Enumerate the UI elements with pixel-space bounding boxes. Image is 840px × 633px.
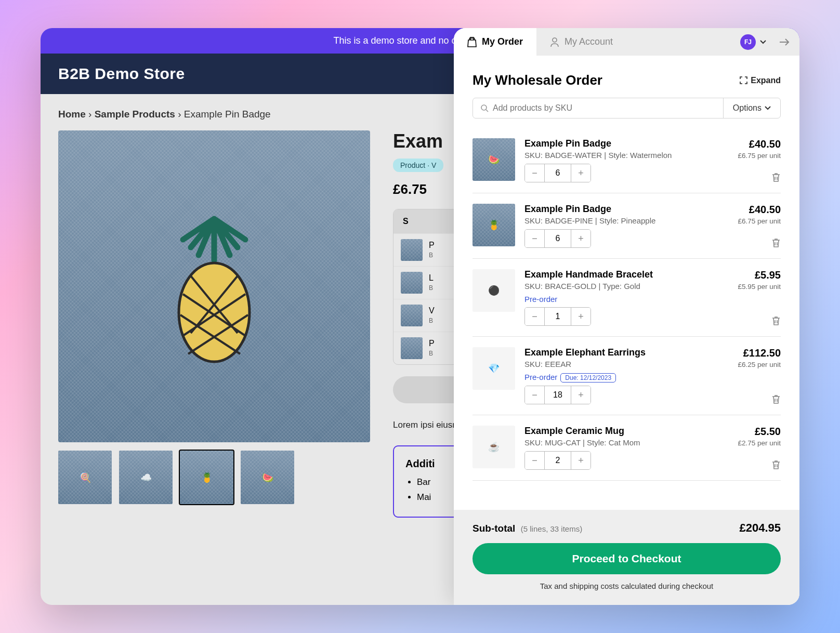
quantity-stepper: −+: [524, 164, 591, 182]
options-dropdown[interactable]: Options: [723, 98, 780, 118]
avatar: FJ: [740, 34, 756, 50]
gallery-thumbs: 🍭 ☁️ 🍍 🍉: [58, 451, 370, 504]
cart-item-meta: SKU: BRACE-GOLD | Type: Gold: [524, 282, 728, 291]
tab-my-order[interactable]: My Order: [454, 28, 536, 56]
variant-thumb: [401, 337, 423, 359]
subtotal-amount: £204.95: [739, 521, 781, 535]
qty-decrease[interactable]: −: [525, 164, 544, 182]
remove-item-button[interactable]: [771, 394, 781, 404]
qty-increase[interactable]: +: [571, 164, 590, 182]
checkout-button[interactable]: Proceed to Checkout: [472, 543, 781, 574]
quantity-stepper: −+: [524, 451, 591, 470]
cart-item-price: £40.50: [738, 204, 781, 216]
drawer-content: My Wholesale Order Expand Options 🍉Examp…: [454, 56, 799, 510]
remove-item-button[interactable]: [771, 238, 781, 248]
cart-item-unit-price: £5.95 per unit: [738, 283, 781, 291]
remove-item-button[interactable]: [771, 459, 781, 470]
qty-increase[interactable]: +: [571, 230, 590, 247]
cart-item: 💎Example Elephant EarringsSKU: EEEARPre-…: [472, 337, 781, 415]
cart-item-name[interactable]: Example Elephant Earrings: [524, 347, 728, 358]
account-menu[interactable]: FJ: [740, 34, 776, 50]
cart-item-image[interactable]: ☕: [472, 426, 515, 468]
cart-list: 🍉Example Pin BadgeSKU: BADGE-WATER | Sty…: [472, 128, 781, 481]
cart-item-image[interactable]: 💎: [472, 347, 515, 390]
sku-input[interactable]: [493, 103, 716, 113]
variant-thumb: [401, 272, 423, 294]
breadcrumb-category[interactable]: Sample Products: [95, 109, 175, 120]
due-badge: Due: 12/12/2023: [560, 373, 616, 383]
qty-decrease[interactable]: −: [525, 308, 544, 325]
qty-input[interactable]: [544, 308, 571, 325]
variant-thumb: [401, 305, 423, 326]
qty-input[interactable]: [544, 164, 571, 182]
cart-item-name[interactable]: Example Pin Badge: [524, 204, 728, 215]
variant-sku: B: [429, 284, 433, 292]
cart-item-image[interactable]: 🍍: [472, 204, 515, 246]
chevron-down-icon: [760, 40, 766, 44]
qty-increase[interactable]: +: [571, 452, 590, 469]
expand-button[interactable]: Expand: [740, 76, 781, 85]
thumb-3[interactable]: 🍍: [180, 451, 233, 504]
person-icon: [550, 37, 559, 47]
close-drawer-button[interactable]: [776, 37, 799, 47]
qty-decrease[interactable]: −: [525, 230, 544, 247]
tax-note: Tax and shipping costs calculated during…: [472, 582, 781, 590]
preorder-label: Pre-order: [524, 373, 557, 381]
cart-item-name[interactable]: Example Ceramic Mug: [524, 426, 728, 437]
quantity-stepper: −+: [524, 307, 591, 326]
qty-increase[interactable]: +: [571, 308, 590, 325]
thumb-2[interactable]: ☁️: [119, 451, 173, 504]
qty-decrease[interactable]: −: [525, 452, 544, 469]
qty-decrease[interactable]: −: [525, 386, 544, 404]
svg-point-1: [553, 38, 557, 42]
product-gallery: 🍭 ☁️ 🍍 🍉: [58, 130, 370, 518]
cart-item-name[interactable]: Example Handmade Bracelet: [524, 269, 728, 280]
product-pill: Product · V: [393, 159, 443, 172]
cart-item-image[interactable]: 🍉: [472, 138, 515, 181]
variant-sku: B: [429, 317, 433, 324]
thumb-4[interactable]: 🍉: [241, 451, 294, 504]
subtotal-meta: (5 lines, 33 items): [521, 524, 582, 533]
cart-item-image[interactable]: ⚫: [472, 269, 515, 312]
variant-label: V: [429, 306, 435, 315]
quantity-stepper: −+: [524, 386, 591, 404]
brand-logo[interactable]: B2B Demo Store: [58, 65, 185, 83]
cart-item: 🍉Example Pin BadgeSKU: BADGE-WATER | Sty…: [472, 128, 781, 193]
qty-input[interactable]: [544, 452, 571, 469]
remove-item-button[interactable]: [771, 172, 781, 182]
qty-increase[interactable]: +: [571, 386, 590, 404]
cart-drawer: My Order My Account FJ My Wholesale Orde…: [454, 28, 799, 605]
drawer-title: My Wholesale Order: [472, 72, 602, 88]
pineapple-icon: [162, 203, 266, 370]
gallery-main-image[interactable]: [58, 130, 370, 442]
cart-item-meta: SKU: BADGE-WATER | Style: Watermelon: [524, 151, 728, 160]
cart-item: 🍍Example Pin BadgeSKU: BADGE-PINE | Styl…: [472, 193, 781, 259]
variant-label: P: [429, 339, 435, 348]
thumb-1[interactable]: 🍭: [58, 451, 112, 504]
cart-item-unit-price: £2.75 per unit: [738, 439, 781, 447]
cart-item-name[interactable]: Example Pin Badge: [524, 138, 728, 149]
cart-item-price: £5.50: [738, 426, 781, 438]
cart-item-unit-price: £6.25 per unit: [738, 361, 781, 368]
remove-item-button[interactable]: [771, 315, 781, 326]
expand-icon: [740, 76, 747, 84]
cart-item: ☕Example Ceramic MugSKU: MUG-CAT | Style…: [472, 415, 781, 481]
qty-input[interactable]: [544, 230, 571, 247]
chevron-down-icon: [765, 106, 771, 110]
sku-search-bar: Options: [472, 98, 781, 118]
cart-item-price: £112.50: [738, 347, 781, 359]
breadcrumb-current: Example Pin Badge: [184, 109, 271, 120]
cart-item-meta: SKU: BADGE-PINE | Style: Pineapple: [524, 216, 728, 225]
variant-thumb: [401, 239, 423, 261]
variant-label: L: [429, 273, 434, 283]
svg-point-2: [481, 105, 487, 110]
breadcrumb-home[interactable]: Home: [58, 109, 86, 120]
variant-sku: B: [429, 252, 433, 259]
search-icon: [480, 104, 489, 112]
cart-item-price: £5.95: [738, 269, 781, 281]
svg-point-0: [179, 263, 250, 362]
qty-input[interactable]: [544, 386, 571, 404]
tab-my-account[interactable]: My Account: [536, 28, 626, 56]
app-window: This is a demo store and no orders will …: [41, 28, 799, 605]
variant-sku: B: [429, 350, 433, 357]
